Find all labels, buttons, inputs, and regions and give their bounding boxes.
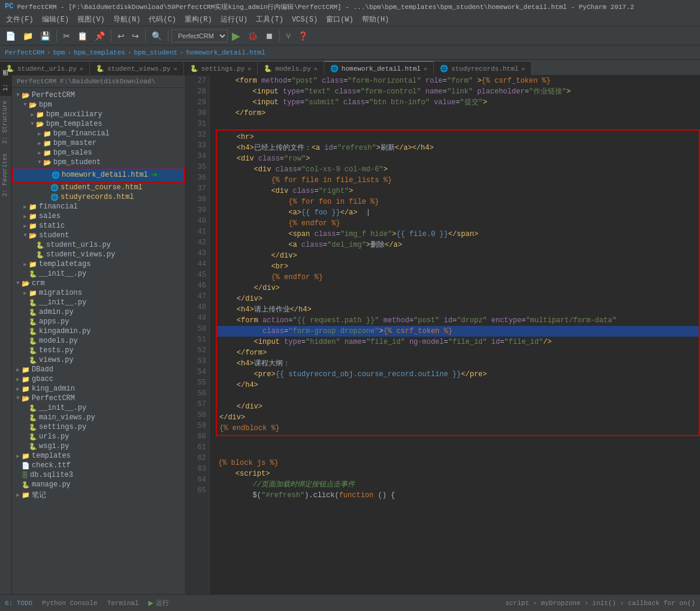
tab-close-studyrecords[interactable]: ✕: [521, 65, 525, 72]
tree-label-bpm-student: bpm_student: [53, 158, 101, 167]
breadcrumb-item-4[interactable]: bpm_student: [134, 49, 177, 56]
breadcrumb-item-3[interactable]: bpm_templates: [74, 49, 125, 56]
tab-settings[interactable]: 🐍 settings.py ✕: [184, 61, 258, 75]
py-file-icon-4: 🐍: [264, 65, 272, 72]
menu-view[interactable]: 视图(V): [74, 13, 108, 26]
menu-code[interactable]: 代码(C): [145, 13, 180, 26]
tree-row-studyrecords[interactable]: 🌐 studyrecords.html: [12, 192, 185, 202]
menu-vcs[interactable]: VCS(S): [288, 14, 321, 25]
tab-close-settings[interactable]: ✕: [248, 65, 251, 72]
tab-close-homework-detail[interactable]: ✕: [424, 65, 427, 72]
tree-row-student[interactable]: ▼ 📂 student: [12, 231, 185, 240]
tree-row-static[interactable]: ▶ 📁 static: [12, 221, 185, 231]
tab-homework-detail[interactable]: 🌐 homework_detail.html ✕: [324, 61, 434, 75]
tree-row-king-admin[interactable]: ▶ 📁 king_admin: [12, 384, 185, 394]
tree-row-apps-py[interactable]: 🐍 apps.py: [12, 317, 185, 326]
tree-row-kingadmin-py[interactable]: 🐍 kingadmin.py: [12, 326, 185, 336]
menu-help[interactable]: 帮助(H): [358, 13, 393, 26]
tree-row-migrations[interactable]: ▶ 📁 migrations: [12, 288, 185, 298]
tree-row-tests-py[interactable]: 🐍 tests.py: [12, 346, 185, 355]
tree-row-sales[interactable]: ▶ 📁 sales: [12, 211, 185, 221]
menu-window[interactable]: 窗口(W): [322, 13, 357, 26]
tree-row-student-course[interactable]: 🌐 student_course.html: [12, 183, 185, 192]
tree-row-bpm-templates[interactable]: ▼ 📂 bpm_templates: [12, 119, 185, 129]
tree-row-templates[interactable]: ▶ 📁 templates: [12, 451, 185, 461]
tree-row-db-sqlite3[interactable]: 🗄 db.sqlite3: [12, 470, 185, 480]
menu-run[interactable]: 运行(U): [217, 13, 252, 26]
toolbar-search-btn[interactable]: 🔍: [149, 29, 165, 43]
tab-models[interactable]: 🐍 models.py ✕: [258, 61, 324, 75]
tree-row-settings-py[interactable]: 🐍 settings.py: [12, 422, 185, 432]
toolbar-undo-btn[interactable]: ↩: [114, 29, 128, 43]
tab-close-student-urls[interactable]: ✕: [80, 65, 83, 72]
tree-row-wsgi-py[interactable]: 🐍 wsgi.py: [12, 441, 185, 451]
code-lines[interactable]: <form method="post" class="form-horizont…: [210, 75, 700, 594]
toolbar-new-btn[interactable]: 📄: [2, 29, 19, 43]
tab-student-urls[interactable]: 🐍 student_urls.py ✕: [0, 61, 90, 75]
tab-close-models[interactable]: ✕: [314, 65, 318, 72]
tree-row-bpm-sales[interactable]: ▶ 📁 bpm_sales: [12, 148, 185, 158]
menu-tools[interactable]: 工具(T): [252, 13, 287, 26]
breadcrumb-item-1[interactable]: PerfectCRM: [5, 49, 44, 56]
toolbar-git-btn[interactable]: ⑂: [283, 29, 294, 43]
tree-row-gbacc[interactable]: ▶ 📁 gbacc: [12, 374, 185, 384]
py-file-icon-tree-3: 🐍: [29, 270, 37, 278]
tree-row-bpm-student[interactable]: ▼ 📂 bpm_student: [12, 158, 185, 167]
tree-row-student-views-py[interactable]: 🐍 student_views.py: [12, 250, 185, 259]
breadcrumb-sep-2: ›: [67, 49, 71, 56]
toolbar-copy-btn[interactable]: 📋: [74, 29, 90, 43]
toolbar-run-config[interactable]: PerfectCRM: [171, 29, 228, 43]
toolbar-debug-btn[interactable]: 🐞: [245, 29, 261, 43]
tree-row-models-py[interactable]: 🐍 models.py: [12, 336, 185, 346]
tree-row-bpm-financial[interactable]: ▶ 📁 bpm_financial: [12, 129, 185, 138]
toolbar-save-btn[interactable]: 💾: [37, 29, 53, 43]
menu-edit[interactable]: 编辑(E): [38, 13, 73, 26]
tree-row-check-ttf[interactable]: 📄 check.ttf: [12, 461, 185, 470]
console-label: Python Console: [42, 600, 97, 607]
side-tab-project[interactable]: 1: 项目: [0, 75, 11, 96]
toolbar-paste-btn[interactable]: 📌: [92, 29, 108, 43]
status-todo[interactable]: 6: TODO: [5, 600, 32, 607]
tree-row-templatetags[interactable]: ▶ 📁 templatetags: [12, 259, 185, 269]
side-tab-favorites[interactable]: 2: Favorites: [0, 149, 11, 201]
breadcrumb-item-2[interactable]: bpm: [53, 49, 65, 56]
tab-student-views[interactable]: 🐍 student_views.py ✕: [90, 61, 184, 75]
status-run[interactable]: ▶ 运行: [148, 598, 168, 608]
toolbar-cut-btn[interactable]: ✂: [60, 29, 73, 43]
tree-row-crm[interactable]: ▼ 📂 crm: [12, 279, 185, 288]
expand-icon-student: ▼: [22, 232, 29, 238]
toolbar-help-btn[interactable]: ❓: [295, 29, 311, 43]
tree-row-financial[interactable]: ▶ 📁 financial: [12, 202, 185, 211]
tree-row-notes[interactable]: ▶ 📁 笔记: [12, 489, 185, 501]
tree-row-student-urls-py[interactable]: 🐍 student_urls.py: [12, 240, 185, 250]
tree-row-init-py-2[interactable]: 🐍 __init__.py: [12, 298, 185, 307]
tab-studyrecords[interactable]: 🌐 studyrecords.html ✕: [434, 61, 532, 75]
tree-row-homework-detail[interactable]: 🌐 homework_detail.html ➜: [12, 167, 185, 183]
tree-row-dbadd[interactable]: ▶ 📁 DBadd: [12, 365, 185, 374]
toolbar-stop-btn[interactable]: ⏹: [262, 29, 276, 43]
tab-close-student-views[interactable]: ✕: [174, 65, 177, 72]
toolbar-run-btn[interactable]: ▶: [229, 28, 243, 44]
tree-row-views-py[interactable]: 🐍 views.py: [12, 355, 185, 365]
toolbar-redo-btn[interactable]: ↪: [129, 29, 142, 43]
tree-row-init-py[interactable]: 🐍 __init__.py: [12, 269, 185, 279]
tree-row-init-py-3[interactable]: 🐍 __init__.py: [12, 403, 185, 413]
status-console[interactable]: Python Console: [42, 600, 97, 607]
tree-row-bpm-master[interactable]: ▶ 📁 bpm_master: [12, 138, 185, 148]
breadcrumb-item-5[interactable]: homework_detail.html: [186, 49, 265, 56]
side-tab-structure[interactable]: 2: Structure: [0, 96, 11, 149]
tree-row-admin-py[interactable]: 🐍 admin.py: [12, 307, 185, 317]
tree-row-main-views-py[interactable]: 🐍 main_views.py: [12, 413, 185, 422]
tree-row-bpm-auxiliary[interactable]: ▶ 📁 bpm_auxiliary: [12, 110, 185, 119]
tree-row-bpm[interactable]: ▼ 📂 bpm: [12, 100, 185, 110]
menu-navigate[interactable]: 导航(N): [110, 13, 144, 26]
tree-label-student: student: [39, 231, 69, 240]
toolbar-open-btn[interactable]: 📁: [20, 29, 36, 43]
menu-file[interactable]: 文件(F): [2, 13, 37, 26]
tree-row-urls-py[interactable]: 🐍 urls.py: [12, 432, 185, 441]
menu-refactor[interactable]: 重构(R): [181, 13, 216, 26]
tree-row-perfectcrm-2[interactable]: ▼ 📂 PerfectCRM: [12, 394, 185, 403]
status-terminal[interactable]: Terminal: [107, 600, 139, 607]
tree-row-perfectcrm[interactable]: ▼ 📂 PerfectCRM: [12, 90, 185, 100]
tree-row-manage-py[interactable]: 🐍 manage.py: [12, 480, 185, 489]
